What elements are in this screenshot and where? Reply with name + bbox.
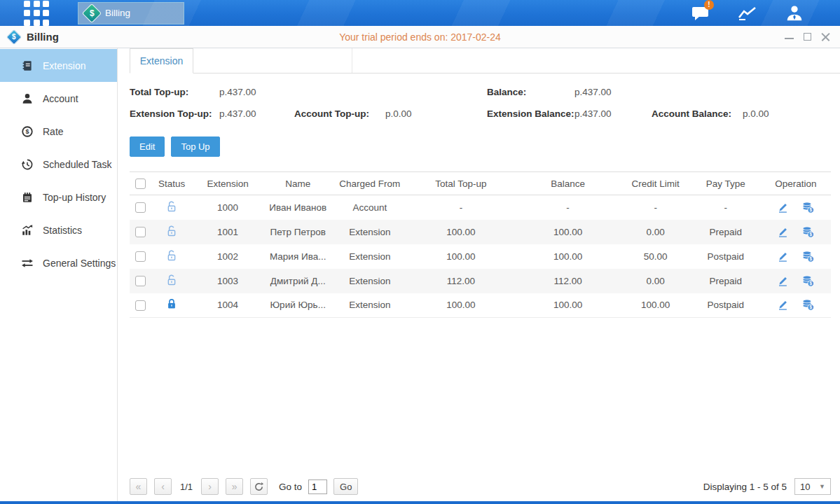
svg-text:$: $ [809,304,812,310]
sidebar-item-statistics[interactable]: Statistics [0,214,117,246]
select-all-checkbox[interactable] [135,178,146,189]
balance-cell: - [515,195,620,220]
col-charged-from: Charged From [333,172,406,195]
next-page-button[interactable]: › [201,478,219,495]
row-checkbox[interactable] [135,202,146,213]
total-topup-value: p.437.00 [219,87,294,97]
sidebar-item-label: Extension [43,60,85,71]
prev-page-button[interactable]: ‹ [154,478,172,495]
topup-coins-icon[interactable]: $ [801,274,815,288]
balance-label: Balance: [487,87,574,97]
sidebar-item-label: Rate [43,126,64,137]
trial-notice: Your trial period ends on: 2017-02-24 [0,31,840,43]
goto-page-input[interactable] [308,479,327,494]
row-checkbox[interactable] [135,227,146,237]
unlocked-icon[interactable] [165,200,178,213]
sidebar-item-label: Statistics [43,225,82,236]
svg-text:$: $ [809,281,812,286]
pay-type-cell: Prepaid [691,220,761,244]
edit-pencil-icon[interactable] [777,298,790,311]
tab-bar-spacer [193,48,352,73]
minimize-icon[interactable] [785,32,794,41]
extension-balance-label: Extension Balance: [487,108,574,119]
sidebar-item-scheduled-task[interactable]: Scheduled Task [0,148,117,181]
balance-cell: 100.00 [515,220,620,244]
table-header-row: Status Extension Name Charged From Total… [130,172,831,195]
total-topup-label: Total Top-up: [130,87,219,97]
extension-cell: 1004 [193,293,263,318]
total-topup-cell: 112.00 [406,269,515,293]
unlocked-icon[interactable] [165,249,178,262]
account-topup-label: Account Top-up: [294,108,385,119]
row-checkbox[interactable] [135,300,146,311]
sidebar-item-account[interactable]: Account [0,82,117,115]
balance-cell: 100.00 [515,293,620,318]
notifications-message-icon[interactable]: ! [689,4,712,22]
status-cell [151,293,193,318]
status-cell [151,220,193,244]
topup-coins-icon[interactable]: $ [801,201,815,214]
row-checkbox[interactable] [135,251,146,262]
taskbar-app-billing[interactable]: $ Billing [78,2,184,24]
topup-coins-icon[interactable]: $ [801,298,815,312]
sidebar-item-extension[interactable]: Extension [0,49,117,82]
credit-limit-cell: 50.00 [621,244,691,269]
table-row[interactable]: 1001Петр ПетровExtension100.00100.000.00… [130,220,831,244]
topup-coins-icon[interactable]: $ [801,225,815,239]
edit-pencil-icon[interactable] [777,274,790,287]
account-balance-value: p.0.00 [743,108,831,119]
sidebar-item-topup-history[interactable]: Top-up History [0,181,117,214]
sidebar-item-general-settings[interactable]: General Settings [0,246,117,279]
edit-button[interactable]: Edit [130,136,165,157]
transfer-arrows-icon [21,257,34,270]
table-row[interactable]: 1002Мария Ива...Extension100.00100.0050.… [130,244,831,269]
table-row[interactable]: 1003Дмитрий Д...Extension112.00112.000.0… [130,269,831,293]
close-icon[interactable] [821,32,830,41]
unlocked-icon[interactable] [165,225,178,237]
status-cell [151,269,193,293]
table-row[interactable]: 1004Юрий Юрь...Extension100.00100.00100.… [130,293,831,318]
page-size-dropdown[interactable]: 10 ▼ [794,478,831,495]
clock-history-icon [21,158,34,171]
status-cell [151,195,193,220]
charged-from-cell: Extension [333,220,406,244]
address-book-icon [21,59,34,72]
total-topup-cell: 100.00 [406,220,515,244]
sidebar-item-rate[interactable]: $ Rate [0,115,117,148]
app-launcher-icon[interactable] [24,1,49,26]
locked-icon[interactable] [165,298,178,310]
name-cell: Дмитрий Д... [263,269,333,293]
first-page-button[interactable]: « [130,478,147,495]
resource-monitor-chart-icon[interactable] [736,4,759,22]
operation-cell: $ [761,274,831,288]
operation-cell: $ [761,225,831,239]
edit-pencil-icon[interactable] [777,225,790,238]
sidebar-item-label: Scheduled Task [43,159,112,170]
topup-coins-icon[interactable]: $ [801,250,815,263]
goto-label: Go to [279,482,302,492]
sidebar-item-label: Top-up History [43,192,106,203]
window-title: Billing [27,31,59,43]
tab-extension[interactable]: Extension [130,48,193,74]
maximize-icon[interactable] [803,32,812,41]
user-account-icon[interactable] [783,4,806,22]
extension-balance-value: p.437.00 [574,108,652,119]
sidebar-item-label: Account [43,93,78,104]
edit-pencil-icon[interactable] [777,201,790,214]
topup-button[interactable]: Top Up [171,136,219,157]
col-status: Status [151,172,193,195]
desktop-topbar: $ Billing ! [0,0,840,26]
balance-cell: 100.00 [515,244,620,269]
operation-cell: $ [761,298,831,312]
name-cell: Мария Ива... [263,244,333,269]
account-balance-label: Account Balance: [652,108,743,119]
go-button[interactable]: Go [333,478,358,495]
last-page-button[interactable]: » [226,478,243,495]
sidebar-item-label: General Settings [43,258,116,269]
row-checkbox[interactable] [135,276,146,286]
extension-cell: 1003 [193,269,263,293]
refresh-button[interactable] [250,478,268,495]
edit-pencil-icon[interactable] [777,250,790,262]
table-row[interactable]: 1000Иван ИвановAccount----$ [130,195,831,220]
unlocked-icon[interactable] [165,274,178,286]
